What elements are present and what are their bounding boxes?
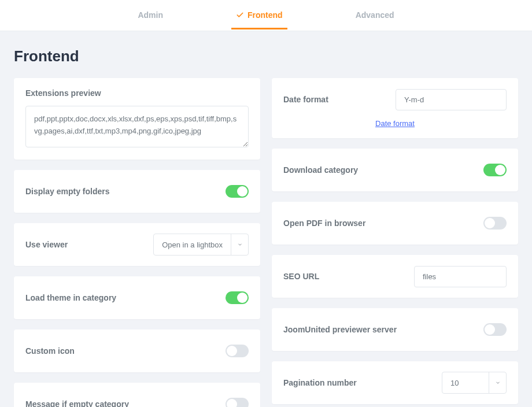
load-theme-label: Load theme in category	[25, 293, 116, 302]
tab-admin[interactable]: Admin	[133, 1, 168, 29]
date-format-link[interactable]: Date format	[375, 119, 415, 128]
card-open-pdf: Open PDF in browser	[272, 202, 518, 245]
pagination-label: Pagination number	[283, 378, 357, 387]
open-pdf-toggle[interactable]	[483, 217, 507, 230]
message-empty-toggle[interactable]	[226, 398, 249, 407]
use-viewer-label: Use viewer	[25, 240, 68, 249]
joomunited-label: JoomUnited previewer server	[283, 325, 397, 334]
right-column: Date format Date format Download categor…	[272, 78, 518, 407]
chevron-down-icon	[237, 242, 243, 247]
pagination-value: 10	[442, 372, 489, 393]
custom-icon-label: Custom icon	[25, 346, 75, 356]
pagination-select[interactable]: 10	[442, 372, 507, 394]
extensions-preview-label: Extensions preview	[25, 88, 249, 98]
date-format-label: Date format	[283, 95, 328, 104]
tab-advanced[interactable]: Advanced	[351, 1, 399, 29]
download-category-label: Download category	[283, 165, 358, 175]
card-custom-icon: Custom icon	[14, 330, 260, 372]
card-download-category: Download category	[272, 149, 518, 191]
use-viewer-caret[interactable]	[231, 234, 248, 255]
card-extensions-preview: Extensions preview	[14, 78, 260, 160]
display-empty-folders-toggle[interactable]	[226, 185, 249, 198]
tab-frontend[interactable]: Frontend	[231, 1, 287, 29]
seo-url-label: SEO URL	[283, 272, 319, 281]
download-category-toggle[interactable]	[483, 164, 507, 176]
tab-bar: Admin Frontend Advanced	[0, 0, 532, 31]
card-date-format: Date format Date format	[272, 78, 518, 138]
page-body: Frontend Extensions preview Display empt…	[0, 31, 532, 407]
use-viewer-value: Open in a lightbox	[154, 234, 231, 255]
card-message-empty: Message if empty category	[14, 383, 260, 407]
load-theme-toggle[interactable]	[226, 291, 249, 304]
card-display-empty-folders: Display empty folders	[14, 170, 260, 213]
card-load-theme: Load theme in category	[14, 276, 260, 319]
tab-frontend-label: Frontend	[247, 10, 283, 20]
open-pdf-label: Open PDF in browser	[283, 219, 365, 228]
left-column: Extensions preview Display empty folders…	[14, 78, 260, 407]
message-empty-label: Message if empty category	[25, 399, 129, 407]
tab-admin-label: Admin	[138, 10, 163, 20]
columns: Extensions preview Display empty folders…	[14, 78, 518, 407]
use-viewer-select[interactable]: Open in a lightbox	[153, 234, 249, 256]
check-icon	[236, 11, 244, 19]
custom-icon-toggle[interactable]	[226, 345, 249, 357]
card-use-viewer: Use viewer Open in a lightbox	[14, 223, 260, 266]
card-joomunited: JoomUnited previewer server	[272, 308, 518, 351]
extensions-preview-textarea[interactable]	[25, 106, 249, 147]
page-title: Frontend	[14, 47, 518, 65]
date-format-input[interactable]	[396, 89, 507, 110]
chevron-down-icon	[495, 380, 501, 386]
joomunited-toggle[interactable]	[483, 323, 507, 336]
card-seo-url: SEO URL	[272, 255, 518, 298]
display-empty-folders-label: Display empty folders	[25, 187, 110, 196]
card-pagination: Pagination number 10	[272, 361, 518, 404]
pagination-caret[interactable]	[489, 372, 506, 393]
tab-advanced-label: Advanced	[356, 10, 394, 20]
seo-url-input[interactable]	[414, 266, 507, 287]
